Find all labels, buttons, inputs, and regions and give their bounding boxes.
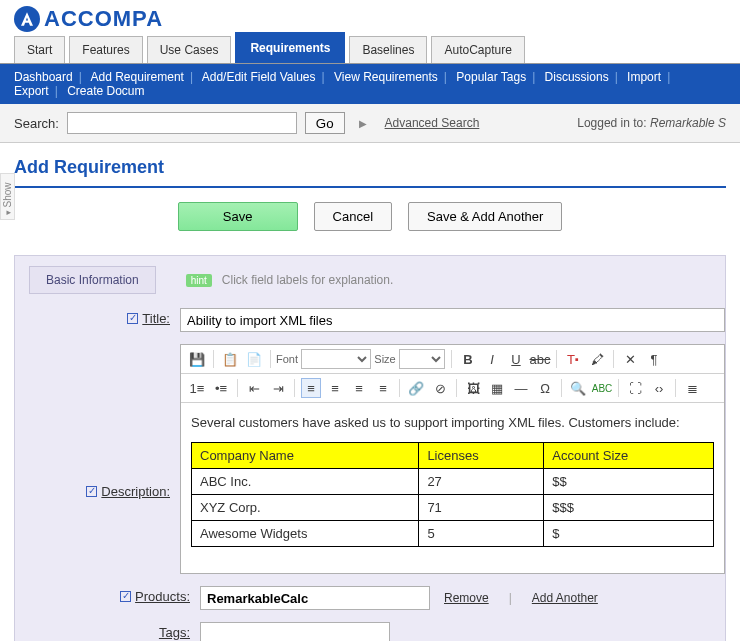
login-status: Logged in to: Remarkable S (577, 116, 726, 130)
save-add-another-button[interactable]: Save & Add Another (408, 202, 562, 231)
editor-body[interactable]: Several customers have asked us to suppo… (181, 403, 724, 573)
help-icon[interactable]: ≣ (682, 378, 702, 398)
hr-icon[interactable]: — (511, 378, 531, 398)
font-select[interactable] (301, 349, 371, 369)
size-select[interactable] (399, 349, 445, 369)
source-icon[interactable]: ‹› (649, 378, 669, 398)
subnav-view-requirements[interactable]: View Requirements (334, 70, 438, 84)
checkbox-icon (127, 313, 138, 324)
table-icon[interactable]: ▦ (487, 378, 507, 398)
sub-nav: Dashboard| Add Requirement| Add/Edit Fie… (0, 64, 740, 104)
subnav-dashboard[interactable]: Dashboard (14, 70, 73, 84)
th-company: Company Name (192, 443, 419, 469)
title-input[interactable] (180, 308, 725, 332)
editor-toolbar-1: 💾 📋 📄 Font Size B I U abc (181, 345, 724, 374)
save-icon[interactable]: 💾 (187, 349, 207, 369)
paste-word-icon[interactable]: 📄 (244, 349, 264, 369)
show-sidebar-toggle[interactable]: Show (0, 173, 15, 220)
brand-logo-icon (14, 6, 40, 32)
hint-badge: hint (186, 274, 212, 287)
image-icon[interactable]: 🖼 (463, 378, 483, 398)
symbol-icon[interactable]: Ω (535, 378, 555, 398)
action-buttons: Save Cancel Save & Add Another (14, 202, 726, 231)
subnav-export[interactable]: Export (14, 84, 49, 98)
tab-baselines[interactable]: Baselines (349, 36, 427, 63)
align-justify-icon[interactable]: ≡ (373, 378, 393, 398)
subnav-popular-tags[interactable]: Popular Tags (456, 70, 526, 84)
label-products[interactable]: Products: (135, 589, 190, 604)
subnav-add-edit-field-values[interactable]: Add/Edit Field Values (202, 70, 316, 84)
th-account-size: Account Size (544, 443, 714, 469)
clear-format-icon[interactable]: ✕ (620, 349, 640, 369)
brand-text: ACCOMPA (44, 6, 163, 32)
ul-icon[interactable]: •≡ (211, 378, 231, 398)
format-icon[interactable]: ¶ (644, 349, 664, 369)
bold-icon[interactable]: B (458, 349, 478, 369)
save-button[interactable]: Save (178, 202, 298, 231)
rich-text-editor: 💾 📋 📄 Font Size B I U abc (180, 344, 725, 574)
tab-requirements[interactable]: Requirements (235, 32, 345, 63)
editor-intro-text: Several customers have asked us to suppo… (191, 415, 714, 430)
tags-input[interactable] (200, 622, 390, 641)
customer-table: Company Name Licenses Account Size ABC I… (191, 442, 714, 547)
tab-use-cases[interactable]: Use Cases (147, 36, 232, 63)
main-tabs: Start Features Use Cases Requirements Ba… (0, 36, 740, 64)
maximize-icon[interactable]: ⛶ (625, 378, 645, 398)
search-label: Search: (14, 116, 59, 131)
table-row: ABC Inc.27$$ (192, 469, 714, 495)
products-add-another-link[interactable]: Add Another (532, 591, 598, 605)
products-input[interactable] (200, 586, 430, 610)
table-row: XYZ Corp.71$$$ (192, 495, 714, 521)
highlight-icon[interactable]: 🖍 (587, 349, 607, 369)
triangle-right-icon: ▶ (359, 118, 367, 129)
link-icon[interactable]: 🔗 (406, 378, 426, 398)
products-remove-link[interactable]: Remove (444, 591, 489, 605)
unlink-icon[interactable]: ⊘ (430, 378, 450, 398)
page-title: Add Requirement (14, 153, 726, 186)
th-licenses: Licenses (419, 443, 544, 469)
label-description[interactable]: Description: (101, 484, 170, 499)
underline-icon[interactable]: U (506, 349, 526, 369)
label-title[interactable]: Title: (142, 311, 170, 326)
advanced-search-link[interactable]: Advanced Search (385, 116, 480, 130)
subnav-add-requirement[interactable]: Add Requirement (91, 70, 184, 84)
title-rule (14, 186, 726, 188)
label-tags[interactable]: Tags: (159, 625, 190, 640)
strike-icon[interactable]: abc (530, 349, 550, 369)
subnav-discussions[interactable]: Discussions (545, 70, 609, 84)
search-input[interactable] (67, 112, 297, 134)
ol-icon[interactable]: 1≡ (187, 378, 207, 398)
form-area: Basic Information hint Click field label… (14, 255, 726, 641)
align-right-icon[interactable]: ≡ (349, 378, 369, 398)
align-left-icon[interactable]: ≡ (301, 378, 321, 398)
search-bar: Search: Go ▶ Advanced Search Logged in t… (0, 104, 740, 143)
tab-features[interactable]: Features (69, 36, 142, 63)
search-go-button[interactable]: Go (305, 112, 345, 134)
find-icon[interactable]: 🔍 (568, 378, 588, 398)
outdent-icon[interactable]: ⇤ (244, 378, 264, 398)
size-label: Size (375, 349, 395, 369)
align-center-icon[interactable]: ≡ (325, 378, 345, 398)
indent-icon[interactable]: ⇥ (268, 378, 288, 398)
checkbox-icon (120, 591, 131, 602)
subnav-create-document[interactable]: Create Docum (67, 84, 144, 98)
table-row: Awesome Widgets5$ (192, 521, 714, 547)
text-color-icon[interactable]: T▪ (563, 349, 583, 369)
tab-autocapture[interactable]: AutoCapture (431, 36, 524, 63)
spellcheck-icon[interactable]: ABC (592, 378, 612, 398)
hint-text: Click field labels for explanation. (222, 273, 393, 287)
paste-icon[interactable]: 📋 (220, 349, 240, 369)
checkbox-icon (86, 486, 97, 497)
section-tab-basic-info[interactable]: Basic Information (29, 266, 156, 294)
cancel-button[interactable]: Cancel (314, 202, 392, 231)
font-label: Font (277, 349, 297, 369)
italic-icon[interactable]: I (482, 349, 502, 369)
subnav-import[interactable]: Import (627, 70, 661, 84)
tab-start[interactable]: Start (14, 36, 65, 63)
brand-row: ACCOMPA (0, 0, 740, 36)
editor-toolbar-2: 1≡ •≡ ⇤ ⇥ ≡ ≡ ≡ ≡ 🔗 ⊘ 🖼 (181, 374, 724, 403)
